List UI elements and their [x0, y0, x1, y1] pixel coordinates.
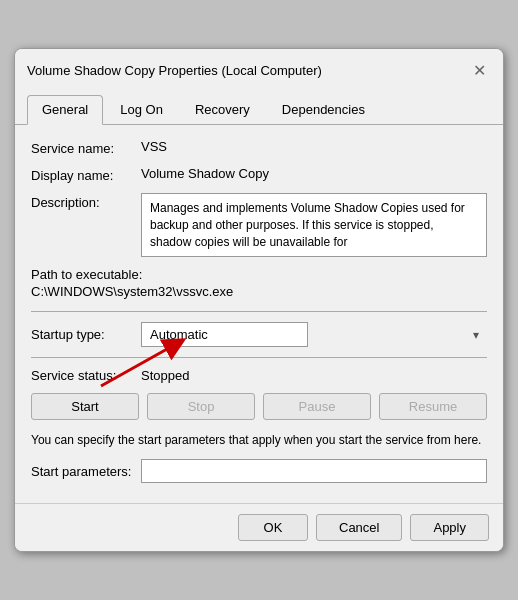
tab-dependencies[interactable]: Dependencies	[267, 95, 380, 124]
dialog-window: Volume Shadow Copy Properties (Local Com…	[14, 48, 504, 552]
description-row: Description: Manages and implements Volu…	[31, 193, 487, 257]
path-value: C:\WINDOWS\system32\vssvc.exe	[31, 284, 487, 299]
resume-button[interactable]: Resume	[379, 393, 487, 420]
footer-buttons: OK Cancel Apply	[15, 503, 503, 551]
service-status-section: Service status: Stopped Start Stop Pause…	[31, 368, 487, 420]
startup-type-label: Startup type:	[31, 327, 141, 342]
divider-2	[31, 357, 487, 358]
service-name-value: VSS	[141, 139, 487, 154]
tab-general[interactable]: General	[27, 95, 103, 125]
divider-1	[31, 311, 487, 312]
display-name-row: Display name: Volume Shadow Copy	[31, 166, 487, 183]
start-button[interactable]: Start	[31, 393, 139, 420]
ok-button[interactable]: OK	[238, 514, 308, 541]
service-status-value: Stopped	[141, 368, 189, 383]
start-params-label: Start parameters:	[31, 464, 141, 479]
service-name-label: Service name:	[31, 139, 141, 156]
cancel-button[interactable]: Cancel	[316, 514, 402, 541]
service-name-row: Service name: VSS	[31, 139, 487, 156]
display-name-label: Display name:	[31, 166, 141, 183]
window-title: Volume Shadow Copy Properties (Local Com…	[27, 63, 322, 78]
start-params-input[interactable]	[141, 459, 487, 483]
service-control-buttons: Start Stop Pause Resume	[31, 393, 487, 420]
path-section: Path to executable: C:\WINDOWS\system32\…	[31, 267, 487, 299]
service-status-label: Service status:	[31, 368, 141, 383]
display-name-value: Volume Shadow Copy	[141, 166, 487, 181]
title-bar: Volume Shadow Copy Properties (Local Com…	[15, 49, 503, 83]
tab-recovery[interactable]: Recovery	[180, 95, 265, 124]
description-box: Manages and implements Volume Shadow Cop…	[141, 193, 487, 257]
startup-select-wrapper: Automatic Automatic (Delayed Start) Manu…	[141, 322, 487, 347]
startup-type-select[interactable]: Automatic Automatic (Delayed Start) Manu…	[141, 322, 308, 347]
apply-button[interactable]: Apply	[410, 514, 489, 541]
startup-type-row: Startup type: Automatic Automatic (Delay…	[31, 322, 487, 347]
description-label: Description:	[31, 193, 141, 210]
start-params-row: Start parameters:	[31, 459, 487, 483]
path-label: Path to executable:	[31, 267, 487, 282]
tab-logon[interactable]: Log On	[105, 95, 178, 124]
tab-content: Service name: VSS Display name: Volume S…	[15, 125, 503, 503]
hint-text: You can specify the start parameters tha…	[31, 432, 487, 449]
startup-type-wrapper: Startup type: Automatic Automatic (Delay…	[31, 322, 487, 347]
stop-button[interactable]: Stop	[147, 393, 255, 420]
service-status-row: Service status: Stopped	[31, 368, 487, 383]
pause-button[interactable]: Pause	[263, 393, 371, 420]
close-button[interactable]: ✕	[467, 59, 491, 83]
tab-bar: General Log On Recovery Dependencies	[15, 87, 503, 125]
